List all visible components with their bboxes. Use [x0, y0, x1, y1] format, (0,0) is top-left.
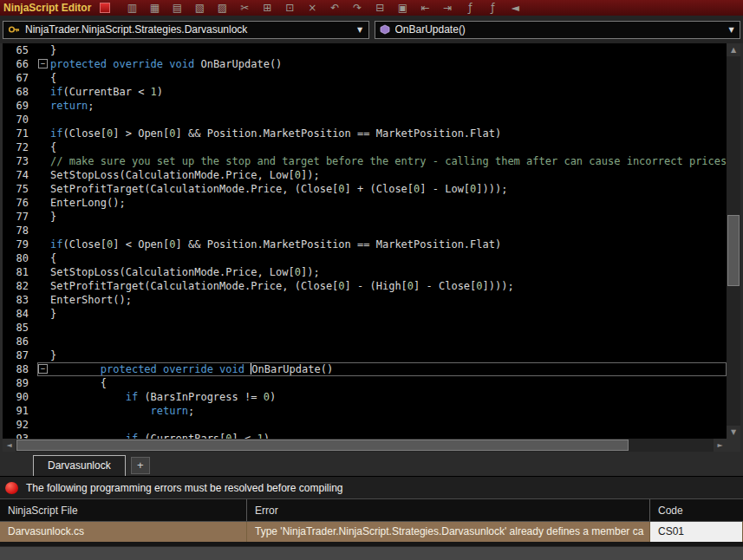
- column-header-error[interactable]: Error: [247, 499, 650, 521]
- scroll-right-icon[interactable]: ►: [714, 439, 727, 452]
- code-line[interactable]: 71if(Close[0] > Open[0] && Position.Mark…: [3, 127, 727, 140]
- paste-icon[interactable]: ⊡: [278, 1, 301, 15]
- code-line[interactable]: 65}: [3, 43, 727, 57]
- code-line[interactable]: 70: [3, 113, 727, 127]
- cut-icon[interactable]: ✂: [233, 1, 256, 15]
- code-text: if (BarsInProgress != 0): [50, 390, 276, 404]
- tab-darvasunlock[interactable]: Darvasunlock: [33, 455, 126, 476]
- line-number: 87: [3, 348, 37, 362]
- save-icon[interactable]: ▥: [121, 1, 143, 15]
- error-row[interactable]: Darvasunlock.csType 'NinjaTrader.NinjaSc…: [0, 522, 743, 542]
- code-line[interactable]: 90 if (BarsInProgress != 0): [3, 390, 727, 404]
- fold-margin: [37, 210, 50, 224]
- collapse-panel-icon[interactable]: ◄: [504, 1, 526, 15]
- indent-icon[interactable]: ⇥: [436, 1, 459, 15]
- scroll-up-icon[interactable]: ▲: [727, 43, 740, 56]
- code-line[interactable]: 84}: [3, 307, 727, 321]
- code-line[interactable]: 81SetStopLoss(CalculationMode.Price, Low…: [3, 265, 727, 279]
- code-line[interactable]: 89 {: [3, 376, 727, 390]
- line-number: 70: [3, 113, 37, 127]
- code-line[interactable]: 82SetProfitTarget(CalculationMode.Price,…: [3, 279, 727, 293]
- code-line[interactable]: 88− protected override void OnBarUpdate(…: [3, 362, 727, 376]
- fold-margin: [37, 154, 50, 168]
- save-as-icon[interactable]: ▦: [143, 1, 166, 15]
- fold-margin: [37, 279, 50, 293]
- line-number: 86: [3, 335, 37, 348]
- line-number: 75: [3, 182, 37, 196]
- horizontal-scrollbar-thumb[interactable]: [16, 440, 629, 451]
- line-number: 88: [3, 362, 37, 376]
- print-icon[interactable]: ▤: [166, 1, 188, 15]
- chevron-down-icon[interactable]: ▼: [354, 26, 367, 34]
- vertical-scrollbar-thumb[interactable]: [727, 215, 740, 286]
- line-number: 93: [3, 432, 37, 439]
- code-line[interactable]: 80{: [3, 251, 727, 265]
- code-line[interactable]: 91 return;: [3, 404, 727, 418]
- snippets-icon[interactable]: ▣: [391, 1, 414, 15]
- code-line[interactable]: 92: [3, 418, 727, 432]
- delete-icon[interactable]: ×: [301, 1, 323, 15]
- code-line[interactable]: 83EnterShort();: [3, 293, 727, 307]
- error-banner-text: The following programming errors must be…: [26, 482, 343, 494]
- copy-icon[interactable]: ⊞: [256, 1, 278, 15]
- column-header-ninjascript-file[interactable]: NinjaScript File: [0, 499, 247, 521]
- fold-collapse-icon[interactable]: −: [38, 59, 48, 68]
- code-text: SetStopLoss(CalculationMode.Price, Low[0…: [50, 265, 320, 279]
- scroll-left-icon[interactable]: ◄: [3, 439, 16, 452]
- line-number: 68: [3, 85, 37, 99]
- fold-margin: [37, 238, 50, 251]
- code-line[interactable]: 69return;: [3, 99, 727, 113]
- member-selector-dropdown[interactable]: OnBarUpdate() ▼: [375, 21, 741, 39]
- vertical-scrollbar[interactable]: ▲ ▼: [727, 43, 740, 439]
- uncomment-icon[interactable]: ƒ: [459, 1, 481, 15]
- line-number: 66: [3, 57, 37, 71]
- code-line[interactable]: 73// make sure you set up the stop and t…: [3, 154, 727, 168]
- code-line[interactable]: 66−protected override void OnBarUpdate(): [3, 57, 727, 71]
- new-tab-button[interactable]: +: [131, 457, 150, 474]
- scroll-down-icon[interactable]: ▼: [727, 426, 740, 439]
- code-line[interactable]: 86: [3, 335, 727, 348]
- fold-margin[interactable]: −: [37, 362, 50, 376]
- class-selector-dropdown[interactable]: NinjaTrader.NinjaScript.Strategies.Darva…: [3, 21, 369, 39]
- code-line[interactable]: 93 if (CurrentBars[0] < 1): [3, 432, 727, 439]
- column-header-code[interactable]: Code: [650, 499, 743, 521]
- line-number: 81: [3, 265, 37, 279]
- undo-icon[interactable]: ↶: [323, 1, 346, 15]
- code-line[interactable]: 79if(Close[0] < Open[0] && Position.Mark…: [3, 238, 727, 251]
- code-line[interactable]: 76EnterLong();: [3, 196, 727, 210]
- code-line[interactable]: 77}: [3, 210, 727, 224]
- fold-margin: [37, 251, 50, 265]
- chevron-down-icon[interactable]: ▼: [725, 26, 738, 34]
- templates-icon[interactable]: ⊟: [368, 1, 391, 15]
- horizontal-scrollbar[interactable]: ◄ ►: [3, 439, 727, 452]
- outdent-icon[interactable]: ⇤: [414, 1, 436, 15]
- code-line[interactable]: 75SetProfitTarget(CalculationMode.Price,…: [3, 182, 727, 196]
- code-line[interactable]: 85: [3, 321, 727, 335]
- line-number: 74: [3, 168, 37, 182]
- page-setup-icon[interactable]: ▨: [211, 1, 233, 15]
- error-grid-scrollbar[interactable]: [0, 546, 743, 560]
- code-editor[interactable]: 65}66−protected override void OnBarUpdat…: [3, 43, 740, 452]
- code-line[interactable]: 72{: [3, 140, 727, 154]
- code-text: }: [50, 348, 56, 362]
- scrollbar-corner: [727, 439, 740, 452]
- code-line[interactable]: 74SetStopLoss(CalculationMode.Price, Low…: [3, 168, 727, 182]
- comment-icon[interactable]: ƒ: [481, 1, 504, 15]
- navigator-bar: NinjaTrader.NinjaScript.Strategies.Darva…: [0, 16, 743, 43]
- code-line[interactable]: 67{: [3, 71, 727, 85]
- code-text: }: [50, 307, 56, 321]
- error-banner: The following programming errors must be…: [0, 476, 743, 498]
- code-line[interactable]: 68if(CurrentBar < 1): [3, 85, 727, 99]
- fold-collapse-icon[interactable]: −: [38, 364, 48, 374]
- code-text: SetProfitTarget(CalculationMode.Price, (…: [50, 182, 507, 196]
- print-preview-icon[interactable]: ▧: [188, 1, 211, 15]
- code-line[interactable]: 87}: [3, 348, 727, 362]
- line-number: 65: [3, 43, 37, 57]
- code-text: SetProfitTarget(CalculationMode.Price, (…: [50, 279, 514, 293]
- code-text: if(Close[0] < Open[0] && Position.Market…: [50, 238, 501, 251]
- code-text: EnterLong();: [50, 196, 126, 210]
- redo-icon[interactable]: ↷: [346, 1, 368, 15]
- code-line[interactable]: 78: [3, 224, 727, 238]
- fold-margin[interactable]: −: [37, 57, 50, 71]
- error-grid-rows: Darvasunlock.csType 'NinjaTrader.NinjaSc…: [0, 522, 743, 542]
